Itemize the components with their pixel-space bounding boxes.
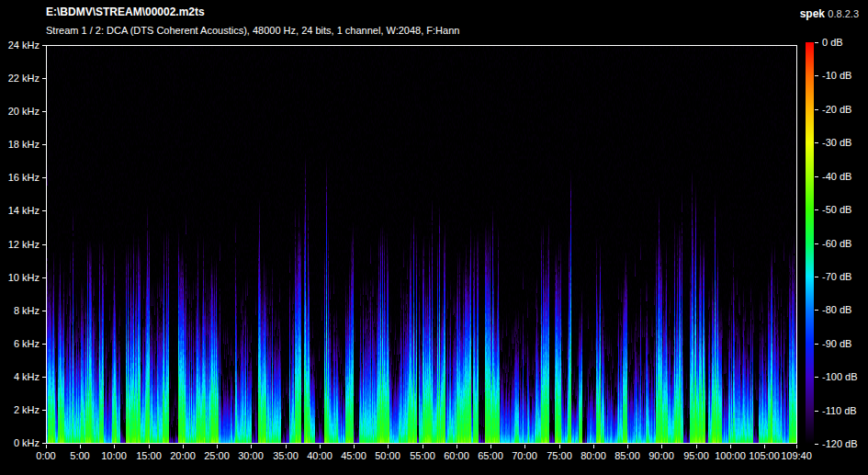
legend-tick-label: -50 dB (822, 204, 851, 215)
legend-tick-label: -80 dB (822, 304, 851, 315)
time-axis-tick (730, 445, 731, 448)
freq-tick-label: 12 kHz (0, 239, 39, 250)
legend-tick-label: 0 dB (822, 37, 843, 48)
time-axis-tick (661, 445, 662, 448)
legend-tick-label: -100 dB (822, 371, 858, 382)
freq-axis-tick (42, 377, 46, 378)
legend-tick (815, 444, 818, 445)
file-path-title: E:\BDMV\STREAM\00002.m2ts (46, 6, 205, 18)
time-axis-tick (627, 445, 628, 448)
legend-tick-label: -70 dB (822, 271, 851, 282)
time-tick-label: 109:40 (771, 450, 822, 461)
freq-axis-tick (42, 210, 46, 211)
legend-tick-label: -90 dB (822, 338, 851, 349)
time-axis-tick (490, 445, 491, 448)
freq-tick-label: 20 kHz (0, 106, 39, 117)
legend-tick (815, 411, 818, 412)
freq-tick-label: 16 kHz (0, 172, 39, 183)
time-axis-tick (217, 445, 218, 448)
legend-tick (815, 75, 818, 76)
freq-axis-tick (42, 410, 46, 411)
legend-tick-label: -120 dB (822, 438, 858, 449)
freq-axis-tick (42, 111, 46, 112)
time-axis-tick (286, 445, 287, 448)
freq-tick-label: 2 kHz (0, 404, 39, 415)
stream-info: Stream 1 / 2: DCA (DTS Coherent Acoustic… (46, 25, 459, 36)
legend-tick (815, 176, 818, 177)
time-axis-tick (457, 445, 457, 448)
time-axis-tick (593, 445, 594, 448)
legend-tick-label: -20 dB (822, 104, 851, 115)
app-name: spek (800, 7, 825, 20)
freq-axis-tick (42, 177, 46, 178)
time-axis-tick (559, 445, 560, 448)
legend-tick (815, 142, 818, 143)
legend-tick-label: -10 dB (822, 70, 851, 81)
legend-tick (815, 209, 818, 210)
legend-tick (815, 377, 818, 378)
freq-axis-tick (42, 144, 46, 145)
freq-tick-label: 22 kHz (0, 73, 39, 84)
time-axis-tick (696, 445, 697, 448)
freq-axis-tick (42, 443, 46, 444)
freq-tick-label: 24 kHz (0, 40, 39, 51)
freq-axis-tick (42, 244, 46, 245)
freq-axis-tick (42, 277, 46, 278)
freq-tick-label: 4 kHz (0, 371, 39, 382)
freq-tick-label: 6 kHz (0, 338, 39, 349)
time-axis-tick (354, 445, 355, 448)
legend-tick (815, 310, 818, 311)
time-axis-tick (114, 445, 115, 448)
spectrogram-plot (46, 45, 797, 444)
time-axis-tick (423, 445, 423, 448)
freq-tick-label: 8 kHz (0, 305, 39, 316)
legend-tick (815, 344, 818, 345)
app-name-version: spek 0.8.2.3 (800, 7, 859, 20)
freq-axis-tick (42, 78, 46, 79)
legend-tick (815, 243, 818, 244)
app-version: 0.8.2.3 (828, 8, 859, 19)
freq-tick-label: 18 kHz (0, 139, 39, 150)
time-axis-tick (46, 445, 47, 448)
time-axis-tick (320, 445, 321, 448)
freq-tick-label: 10 kHz (0, 272, 39, 283)
legend-tick-label: -30 dB (822, 137, 851, 148)
time-axis-tick (524, 445, 525, 448)
time-axis-tick (251, 445, 252, 448)
legend-tick-label: -110 dB (822, 405, 857, 416)
freq-tick-label: 14 kHz (0, 205, 39, 216)
time-axis-tick (80, 445, 81, 448)
time-axis-tick (796, 445, 797, 448)
legend-tick (815, 109, 818, 110)
legend-tick-label: -60 dB (822, 238, 851, 249)
legend-tick (815, 277, 818, 277)
time-axis-tick (149, 445, 150, 448)
time-axis-tick (764, 445, 765, 448)
legend-gradient-bar (806, 42, 814, 444)
time-axis-tick (388, 445, 389, 448)
freq-tick-label: 0 kHz (0, 437, 39, 448)
time-axis-tick (183, 445, 184, 448)
freq-axis-tick (42, 344, 46, 345)
freq-axis-tick (42, 45, 46, 46)
legend-tick (815, 42, 818, 43)
legend-tick-label: -40 dB (822, 171, 851, 182)
spectrogram-canvas (47, 46, 796, 443)
freq-axis-tick (42, 311, 46, 311)
